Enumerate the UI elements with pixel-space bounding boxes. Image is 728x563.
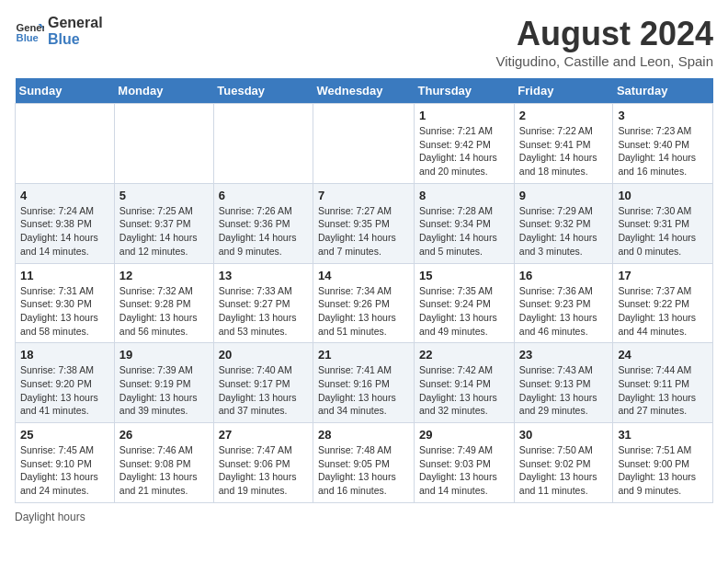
- day-number: 14: [318, 269, 409, 282]
- calendar-table: SundayMondayTuesdayWednesdayThursdayFrid…: [15, 78, 713, 503]
- calendar-cell: 4Sunrise: 7:24 AMSunset: 9:38 PMDaylight…: [16, 183, 115, 263]
- day-info: Sunrise: 7:49 AMSunset: 9:03 PMDaylight:…: [419, 443, 509, 498]
- day-info: Sunrise: 7:25 AMSunset: 9:37 PMDaylight:…: [119, 204, 209, 259]
- day-info: Sunrise: 7:35 AMSunset: 9:24 PMDaylight:…: [419, 284, 509, 339]
- day-info: Sunrise: 7:26 AMSunset: 9:36 PMDaylight:…: [219, 204, 308, 259]
- day-number: 6: [219, 189, 308, 202]
- calendar-cell: 26Sunrise: 7:46 AMSunset: 9:08 PMDayligh…: [114, 423, 213, 503]
- header-tuesday: Tuesday: [213, 78, 313, 104]
- calendar-header-row: SundayMondayTuesdayWednesdayThursdayFrid…: [16, 78, 713, 104]
- day-number: 5: [119, 189, 209, 202]
- day-number: 7: [318, 189, 409, 202]
- title-block: August 2024 Vitigudino, Castille and Leo…: [495, 15, 713, 69]
- day-number: 1: [419, 109, 509, 122]
- day-number: 24: [618, 348, 708, 362]
- main-title: August 2024: [495, 15, 713, 53]
- calendar-cell: 7Sunrise: 7:27 AMSunset: 9:35 PMDaylight…: [313, 183, 415, 263]
- day-info: Sunrise: 7:41 AMSunset: 9:16 PMDaylight:…: [318, 363, 409, 418]
- day-number: 11: [20, 269, 109, 282]
- day-number: 18: [20, 348, 109, 362]
- calendar-cell: 6Sunrise: 7:26 AMSunset: 9:36 PMDaylight…: [213, 183, 313, 263]
- calendar-cell: 11Sunrise: 7:31 AMSunset: 9:30 PMDayligh…: [16, 263, 115, 343]
- calendar-cell: 3Sunrise: 7:23 AMSunset: 9:40 PMDaylight…: [613, 104, 713, 184]
- week-row-4: 25Sunrise: 7:45 AMSunset: 9:10 PMDayligh…: [16, 423, 713, 503]
- calendar-cell: 31Sunrise: 7:51 AMSunset: 9:00 PMDayligh…: [613, 423, 713, 503]
- calendar-cell: 28Sunrise: 7:48 AMSunset: 9:05 PMDayligh…: [313, 423, 415, 503]
- day-number: 3: [618, 109, 708, 122]
- calendar-cell: 17Sunrise: 7:37 AMSunset: 9:22 PMDayligh…: [613, 263, 713, 343]
- week-row-2: 11Sunrise: 7:31 AMSunset: 9:30 PMDayligh…: [16, 263, 713, 343]
- header-thursday: Thursday: [415, 78, 515, 104]
- week-row-1: 4Sunrise: 7:24 AMSunset: 9:38 PMDaylight…: [16, 183, 713, 263]
- header-saturday: Saturday: [613, 78, 713, 104]
- day-info: Sunrise: 7:46 AMSunset: 9:08 PMDaylight:…: [119, 443, 209, 498]
- day-number: 12: [119, 269, 209, 282]
- calendar-cell: 29Sunrise: 7:49 AMSunset: 9:03 PMDayligh…: [415, 423, 515, 503]
- day-info: Sunrise: 7:33 AMSunset: 9:27 PMDaylight:…: [219, 284, 308, 339]
- header-sunday: Sunday: [16, 78, 115, 104]
- day-info: Sunrise: 7:29 AMSunset: 9:32 PMDaylight:…: [519, 204, 609, 259]
- day-info: Sunrise: 7:47 AMSunset: 9:06 PMDaylight:…: [219, 443, 308, 498]
- day-info: Sunrise: 7:45 AMSunset: 9:10 PMDaylight:…: [20, 443, 109, 498]
- logo-line1: General: [48, 15, 103, 31]
- day-number: 9: [519, 189, 609, 202]
- day-info: Sunrise: 7:23 AMSunset: 9:40 PMDaylight:…: [618, 124, 708, 178]
- day-info: Sunrise: 7:30 AMSunset: 9:31 PMDaylight:…: [618, 204, 708, 259]
- calendar-cell: 15Sunrise: 7:35 AMSunset: 9:24 PMDayligh…: [415, 263, 515, 343]
- calendar-cell: 21Sunrise: 7:41 AMSunset: 9:16 PMDayligh…: [313, 343, 415, 423]
- day-info: Sunrise: 7:28 AMSunset: 9:34 PMDaylight:…: [419, 204, 509, 259]
- calendar-cell: [16, 104, 115, 184]
- calendar-cell: [313, 104, 415, 184]
- day-number: 26: [119, 428, 209, 442]
- day-info: Sunrise: 7:39 AMSunset: 9:19 PMDaylight:…: [119, 363, 209, 418]
- calendar-cell: 14Sunrise: 7:34 AMSunset: 9:26 PMDayligh…: [313, 263, 415, 343]
- calendar-cell: 9Sunrise: 7:29 AMSunset: 9:32 PMDaylight…: [514, 183, 613, 263]
- calendar-cell: [114, 104, 213, 184]
- calendar-cell: 8Sunrise: 7:28 AMSunset: 9:34 PMDaylight…: [415, 183, 515, 263]
- calendar-cell: 1Sunrise: 7:21 AMSunset: 9:42 PMDaylight…: [415, 104, 515, 184]
- calendar-cell: 12Sunrise: 7:32 AMSunset: 9:28 PMDayligh…: [114, 263, 213, 343]
- logo-icon: General Blue: [15, 17, 44, 46]
- day-number: 8: [419, 189, 509, 202]
- calendar-cell: 23Sunrise: 7:43 AMSunset: 9:13 PMDayligh…: [514, 343, 613, 423]
- day-number: 31: [618, 428, 708, 442]
- calendar-cell: 20Sunrise: 7:40 AMSunset: 9:17 PMDayligh…: [213, 343, 313, 423]
- header-friday: Friday: [514, 78, 613, 104]
- day-number: 21: [318, 348, 409, 362]
- day-number: 29: [419, 428, 509, 442]
- calendar-cell: 13Sunrise: 7:33 AMSunset: 9:27 PMDayligh…: [213, 263, 313, 343]
- day-info: Sunrise: 7:21 AMSunset: 9:42 PMDaylight:…: [419, 124, 509, 178]
- header-monday: Monday: [114, 78, 213, 104]
- calendar-cell: 30Sunrise: 7:50 AMSunset: 9:02 PMDayligh…: [514, 423, 613, 503]
- day-info: Sunrise: 7:42 AMSunset: 9:14 PMDaylight:…: [419, 363, 509, 418]
- day-info: Sunrise: 7:44 AMSunset: 9:11 PMDaylight:…: [618, 363, 708, 418]
- calendar-cell: 24Sunrise: 7:44 AMSunset: 9:11 PMDayligh…: [613, 343, 713, 423]
- day-info: Sunrise: 7:34 AMSunset: 9:26 PMDaylight:…: [318, 284, 409, 339]
- week-row-0: 1Sunrise: 7:21 AMSunset: 9:42 PMDaylight…: [16, 104, 713, 184]
- day-number: 22: [419, 348, 509, 362]
- day-info: Sunrise: 7:48 AMSunset: 9:05 PMDaylight:…: [318, 443, 409, 498]
- calendar-cell: [213, 104, 313, 184]
- day-number: 13: [219, 269, 308, 282]
- calendar-cell: 18Sunrise: 7:38 AMSunset: 9:20 PMDayligh…: [16, 343, 115, 423]
- day-info: Sunrise: 7:27 AMSunset: 9:35 PMDaylight:…: [318, 204, 409, 259]
- day-number: 27: [219, 428, 308, 442]
- calendar-cell: 16Sunrise: 7:36 AMSunset: 9:23 PMDayligh…: [514, 263, 613, 343]
- day-number: 25: [20, 428, 109, 442]
- day-info: Sunrise: 7:31 AMSunset: 9:30 PMDaylight:…: [20, 284, 109, 339]
- day-number: 4: [20, 189, 109, 202]
- page-header: General Blue General Blue August 2024 Vi…: [15, 15, 713, 69]
- day-info: Sunrise: 7:38 AMSunset: 9:20 PMDaylight:…: [20, 363, 109, 418]
- day-number: 16: [519, 269, 609, 282]
- calendar-cell: 22Sunrise: 7:42 AMSunset: 9:14 PMDayligh…: [415, 343, 515, 423]
- day-number: 23: [519, 348, 609, 362]
- day-info: Sunrise: 7:51 AMSunset: 9:00 PMDaylight:…: [618, 443, 708, 498]
- day-number: 15: [419, 269, 509, 282]
- calendar-cell: 27Sunrise: 7:47 AMSunset: 9:06 PMDayligh…: [213, 423, 313, 503]
- day-info: Sunrise: 7:43 AMSunset: 9:13 PMDaylight:…: [519, 363, 609, 418]
- week-row-3: 18Sunrise: 7:38 AMSunset: 9:20 PMDayligh…: [16, 343, 713, 423]
- subtitle: Vitigudino, Castille and Leon, Spain: [495, 53, 713, 69]
- day-number: 20: [219, 348, 308, 362]
- day-number: 30: [519, 428, 609, 442]
- day-number: 2: [519, 109, 609, 122]
